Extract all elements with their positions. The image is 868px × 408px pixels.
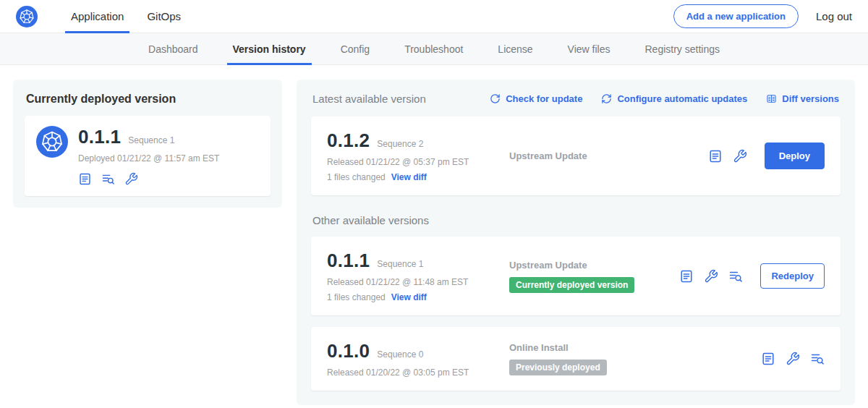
version-row-latest: 0.1.2 Sequence 2 Released 01/21/22 @ 05:… [311, 116, 841, 195]
version-actions: Redeploy [679, 263, 825, 289]
version-line: 0.1.0 Sequence 0 [327, 340, 509, 362]
version-history-panel: Latest available version Check for updat… [297, 80, 855, 405]
edit-config-icon[interactable] [124, 172, 138, 186]
currently-deployed-panel: Currently deployed version 0.1.1 Sequenc… [13, 80, 282, 208]
view-files-icon[interactable] [101, 172, 115, 186]
logout-link[interactable]: Log out [816, 10, 852, 22]
other-versions-title: Other available versions [312, 214, 839, 226]
released-timestamp: Released 01/20/22 @ 03:05 pm EST [327, 367, 509, 378]
deployed-timestamp: Deployed 01/21/22 @ 11:57 am EST [78, 153, 219, 163]
version-number: 0.1.2 [327, 129, 370, 152]
deployed-version-card: 0.1.1 Sequence 1 Deployed 01/21/22 @ 11:… [25, 116, 271, 196]
previously-deployed-badge: Previously deployed [509, 360, 607, 375]
sequence-label: Sequence 2 [377, 139, 423, 149]
version-number: 0.1.0 [327, 340, 370, 362]
tab-dashboard[interactable]: Dashboard [131, 33, 216, 64]
check-for-update-label: Check for update [506, 93, 582, 104]
version-number: 0.1.1 [327, 250, 370, 272]
sequence-label: Sequence 1 [377, 259, 423, 269]
source-label: Upstream Update [509, 260, 679, 271]
version-info: 0.1.0 Sequence 0 Released 01/20/22 @ 03:… [327, 340, 509, 378]
deployed-version-line: 0.1.1 Sequence 1 [78, 126, 219, 148]
check-for-update-link[interactable]: Check for update [490, 93, 582, 104]
edit-config-icon[interactable] [733, 149, 747, 163]
currently-deployed-badge: Currently deployed version [509, 277, 634, 293]
edit-config-icon[interactable] [704, 269, 718, 284]
diff-versions-label: Diff versions [782, 93, 839, 104]
refresh-icon [490, 93, 501, 104]
topbar-nav: Application GitOps [59, 0, 192, 33]
add-application-button[interactable]: Add a new application [673, 4, 799, 28]
released-timestamp: Released 01/21/22 @ 11:48 am EST [327, 277, 509, 287]
tab-gitops[interactable]: GitOps [135, 0, 192, 33]
version-line: 0.1.2 Sequence 2 [327, 129, 509, 152]
auto-update-icon [601, 93, 612, 104]
version-source: Online Install Previously deployed [509, 342, 761, 375]
tab-config[interactable]: Config [323, 33, 387, 64]
redeploy-button[interactable]: Redeploy [760, 263, 825, 289]
deployed-sequence-label: Sequence 1 [128, 135, 174, 145]
currently-deployed-title: Currently deployed version [26, 93, 271, 106]
diff-versions-link[interactable]: Diff versions [766, 93, 839, 104]
sequence-label: Sequence 0 [377, 349, 423, 360]
deployed-actions [78, 172, 219, 186]
view-diff-link[interactable]: View diff [391, 292, 427, 302]
version-info: 0.1.1 Sequence 1 Released 01/21/22 @ 11:… [327, 250, 509, 302]
version-row-011: 0.1.1 Sequence 1 Released 01/21/22 @ 11:… [311, 237, 841, 315]
tab-version-history[interactable]: Version history [216, 33, 323, 64]
app-icon [36, 126, 68, 158]
main-content: Currently deployed version 0.1.1 Sequenc… [0, 65, 868, 408]
tab-troubleshoot[interactable]: Troubleshoot [387, 33, 480, 64]
source-label: Online Install [509, 342, 761, 353]
topbar: Application GitOps Add a new application… [0, 0, 868, 33]
files-changed-label: 1 files changed [327, 172, 386, 182]
configure-automatic-updates-link[interactable]: Configure automatic updates [601, 93, 747, 104]
view-diff-link[interactable]: View diff [391, 172, 427, 182]
version-line: 0.1.1 Sequence 1 [327, 250, 509, 272]
release-notes-icon[interactable] [708, 149, 723, 163]
version-source: Upstream Update [509, 150, 708, 161]
files-changed-label: 1 files changed [327, 292, 386, 302]
latest-available-title: Latest available version [312, 93, 426, 105]
configure-automatic-updates-label: Configure automatic updates [617, 93, 747, 104]
version-info: 0.1.2 Sequence 2 Released 01/21/22 @ 05:… [327, 129, 509, 182]
view-files-icon[interactable] [728, 269, 743, 284]
release-notes-icon[interactable] [78, 172, 92, 186]
deploy-button[interactable]: Deploy [765, 143, 825, 169]
diff-versions-icon [766, 93, 777, 104]
files-changed-row: 1 files changed View diff [327, 292, 509, 302]
released-timestamp: Released 01/21/22 @ 05:37 pm EST [327, 157, 509, 167]
kubernetes-logo-icon[interactable] [16, 6, 38, 27]
version-actions [761, 352, 825, 366]
version-actions: Deploy [708, 143, 825, 169]
app-subnav: Dashboard Version history Config Trouble… [0, 33, 868, 65]
view-files-icon[interactable] [810, 352, 825, 366]
deployed-version-info: 0.1.1 Sequence 1 Deployed 01/21/22 @ 11:… [78, 126, 219, 186]
tab-license[interactable]: License [480, 33, 550, 64]
release-notes-icon[interactable] [679, 269, 694, 284]
topbar-actions: Add a new application Log out [673, 4, 852, 28]
release-notes-icon[interactable] [761, 352, 775, 366]
deployed-version-row: 0.1.1 Sequence 1 Deployed 01/21/22 @ 11:… [36, 126, 259, 186]
edit-config-icon[interactable] [786, 352, 800, 366]
files-changed-row: 1 files changed View diff [327, 172, 509, 182]
deployed-version-number: 0.1.1 [78, 126, 121, 148]
tab-registry-settings[interactable]: Registry settings [628, 33, 737, 64]
tab-view-files[interactable]: View files [550, 33, 628, 64]
source-label: Upstream Update [509, 150, 708, 161]
version-source: Upstream Update Currently deployed versi… [509, 260, 679, 293]
version-row-010: 0.1.0 Sequence 0 Released 01/20/22 @ 03:… [311, 327, 841, 391]
tab-application[interactable]: Application [59, 0, 135, 33]
latest-available-header: Latest available version Check for updat… [312, 93, 839, 105]
header-actions: Check for update Configure automatic upd… [490, 93, 839, 104]
